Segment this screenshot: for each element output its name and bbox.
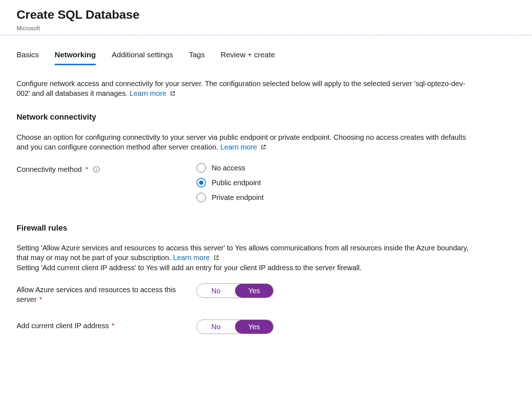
intro-text: Configure network access and connectivit… — [17, 79, 466, 99]
external-link-icon — [213, 253, 219, 263]
firewall-rules-desc: Setting 'Allow Azure services and resour… — [17, 243, 477, 273]
external-link-icon — [261, 143, 266, 152]
radio-public-endpoint-label: Public endpoint — [212, 178, 261, 188]
network-learn-more-link[interactable]: Learn more — [220, 143, 266, 151]
tab-additional-settings[interactable]: Additional settings — [112, 50, 173, 65]
add-client-ip-toggle: No Yes — [197, 320, 274, 334]
radio-no-access[interactable]: No access — [197, 163, 480, 173]
firewall-learn-more-text: Learn more — [173, 254, 210, 262]
firewall-learn-more-link[interactable]: Learn more — [173, 254, 219, 262]
required-indicator: * — [39, 295, 42, 303]
page-header: Create SQL Database Microsoft — [0, 0, 532, 35]
info-icon[interactable] — [93, 166, 100, 173]
page-title: Create SQL Database — [17, 6, 532, 23]
tab-tags[interactable]: Tags — [189, 50, 205, 65]
intro-body: Configure network access and connectivit… — [17, 80, 465, 97]
tab-basics[interactable]: Basics — [17, 50, 39, 65]
add-client-ip-label-text: Add current client IP address — [17, 322, 109, 330]
firewall-rules-heading: Firewall rules — [17, 223, 480, 233]
connectivity-method-label: Connectivity method * — [17, 163, 197, 174]
intro-learn-more-link[interactable]: Learn more — [130, 89, 176, 97]
tabs: Basics Networking Additional settings Ta… — [17, 50, 480, 65]
radio-icon — [197, 193, 206, 202]
network-connectivity-heading: Network connectivity — [17, 112, 480, 122]
radio-icon — [197, 163, 206, 173]
connectivity-method-radio-group: No access Public endpoint Private endpoi… — [197, 163, 480, 202]
required-indicator: * — [85, 165, 88, 174]
network-connectivity-desc: Choose an option for configuring connect… — [17, 133, 477, 152]
connectivity-method-text: Connectivity method — [17, 165, 82, 174]
toggle-no[interactable]: No — [197, 320, 235, 334]
radio-public-endpoint[interactable]: Public endpoint — [197, 178, 480, 188]
intro-learn-more-text: Learn more — [130, 89, 166, 97]
svg-point-2 — [96, 168, 96, 168]
publisher-label: Microsoft — [17, 24, 532, 32]
firewall-desc-line1: Setting 'Allow Azure services and resour… — [17, 244, 469, 262]
add-client-ip-label: Add current client IP address * — [17, 320, 197, 331]
required-indicator: * — [112, 322, 114, 330]
tab-review-create[interactable]: Review + create — [221, 50, 275, 65]
tab-networking[interactable]: Networking — [55, 50, 96, 65]
allow-azure-services-label: Allow Azure services and resources to ac… — [17, 284, 197, 304]
radio-private-endpoint-label: Private endpoint — [212, 193, 264, 202]
radio-private-endpoint[interactable]: Private endpoint — [197, 193, 480, 202]
firewall-desc-line2: Setting 'Add current client IP address' … — [17, 264, 362, 272]
toggle-yes[interactable]: Yes — [235, 284, 273, 298]
toggle-yes[interactable]: Yes — [235, 320, 273, 334]
external-link-icon — [170, 89, 176, 99]
radio-icon — [197, 178, 206, 187]
toggle-no[interactable]: No — [197, 284, 235, 298]
allow-azure-services-toggle: No Yes — [197, 284, 274, 298]
network-learn-more-text: Learn more — [220, 143, 257, 151]
radio-no-access-label: No access — [212, 163, 245, 173]
